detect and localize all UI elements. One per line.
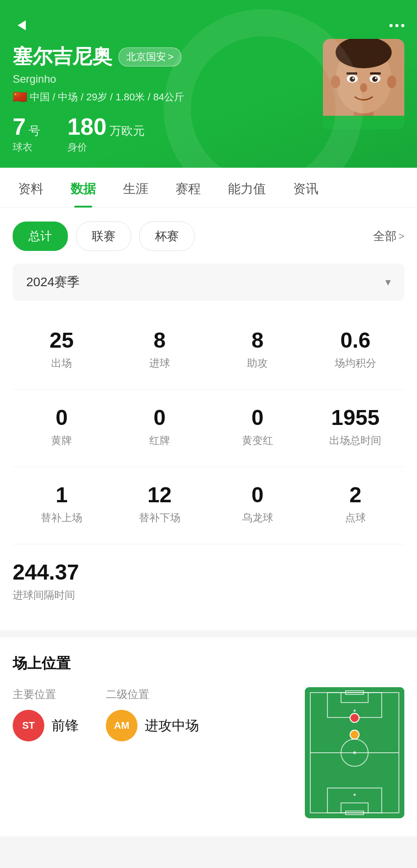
position-entry-st: ST 前锋 bbox=[13, 710, 79, 741]
market-value: 180 bbox=[67, 115, 107, 138]
stat-avg-score: 0.6 场均积分 bbox=[307, 317, 405, 385]
position-badge-st-text: ST bbox=[22, 720, 35, 731]
player-avatar bbox=[323, 39, 404, 129]
stat-red: 0 红牌 bbox=[111, 394, 209, 462]
stats-row-2: 0 黄牌 0 红牌 0 黄变红 1955 出场总时间 bbox=[13, 394, 404, 462]
secondary-position-col: 二级位置 AM 进攻中场 bbox=[106, 687, 199, 750]
svg-point-4 bbox=[331, 75, 340, 88]
value-stat: 180 万欧元 身价 bbox=[67, 115, 145, 154]
stat-yellow-red: 0 黄变红 bbox=[208, 394, 307, 462]
svg-point-29 bbox=[350, 713, 359, 722]
stat-label-avg-score: 场均积分 bbox=[335, 357, 376, 369]
filter-all-label: 全部 bbox=[373, 228, 397, 244]
filter-cup[interactable]: 杯赛 bbox=[139, 222, 194, 251]
tab-profile[interactable]: 资料 bbox=[5, 168, 57, 208]
position-cols: 主要位置 ST 前锋 二级位置 AM 进攻中场 bbox=[13, 687, 287, 750]
stat-goals: 8 进球 bbox=[111, 317, 209, 385]
chevron-down-icon: ▾ bbox=[385, 276, 391, 288]
stat-label-assists: 助攻 bbox=[247, 357, 268, 369]
stat-value-appearances: 25 bbox=[17, 328, 106, 353]
stat-total-time: 1955 出场总时间 bbox=[307, 394, 405, 462]
tab-career[interactable]: 生涯 bbox=[109, 168, 162, 208]
position-list: 主要位置 ST 前锋 二级位置 AM 进攻中场 bbox=[13, 687, 287, 750]
chevron-right-icon: > bbox=[398, 231, 404, 242]
position-badge-am-text: AM bbox=[114, 720, 129, 731]
secondary-label: 二级位置 bbox=[106, 687, 199, 702]
stat-assists: 8 助攻 bbox=[208, 317, 307, 385]
player-name-en: Serginho bbox=[13, 73, 323, 85]
tab-ability[interactable]: 能力值 bbox=[214, 168, 280, 208]
value-label: 身价 bbox=[67, 141, 145, 154]
back-button[interactable] bbox=[13, 16, 31, 34]
topbar bbox=[13, 0, 404, 43]
filter-league[interactable]: 联赛 bbox=[76, 222, 131, 251]
filter-total[interactable]: 总计 bbox=[13, 222, 68, 251]
stat-appearances: 25 出场 bbox=[13, 317, 111, 385]
svg-rect-12 bbox=[346, 72, 357, 75]
svg-rect-15 bbox=[323, 116, 404, 129]
pitch-diagram bbox=[305, 687, 404, 818]
stat-value-assists: 8 bbox=[213, 328, 302, 353]
tab-schedule[interactable]: 赛程 bbox=[162, 168, 214, 208]
team-badge[interactable]: 北京国安 > bbox=[118, 47, 181, 66]
more-button[interactable] bbox=[389, 24, 404, 27]
position-section: 场上位置 主要位置 ST 前锋 二级位置 bbox=[0, 637, 417, 836]
main-content: 总计 联赛 杯赛 全部 > 2024赛季 ▾ 25 出场 8 进球 8 助攻 0… bbox=[0, 208, 417, 630]
stat-label-goal-interval: 进球间隔时间 bbox=[13, 589, 75, 601]
svg-point-10 bbox=[352, 77, 354, 79]
stat-label-own-goal: 乌龙球 bbox=[242, 512, 273, 524]
pitch-field bbox=[305, 687, 404, 818]
jersey-sub-label: 球衣 bbox=[13, 141, 40, 154]
player-name-row: 塞尔吉尼奥 北京国安 > bbox=[13, 43, 323, 70]
stat-value-red: 0 bbox=[115, 405, 204, 430]
tab-news[interactable]: 资讯 bbox=[280, 168, 332, 208]
player-meta: 🇨🇳 中国 / 中场 / 29岁 / 1.80米 / 84公斤 bbox=[13, 90, 323, 104]
hero-section: 塞尔吉尼奥 北京国安 > Serginho 🇨🇳 中国 / 中场 / 29岁 /… bbox=[0, 0, 417, 168]
player-meta-text: 中国 / 中场 / 29岁 / 1.80米 / 84公斤 bbox=[30, 90, 184, 104]
stat-label-penalty: 点球 bbox=[345, 512, 366, 524]
stats-row-3: 1 替补上场 12 替补下场 0 乌龙球 2 点球 bbox=[13, 472, 404, 539]
dot-icon bbox=[401, 24, 404, 27]
stat-value-goals: 8 bbox=[115, 328, 204, 353]
season-label: 2024赛季 bbox=[26, 274, 80, 291]
jersey-label: 号 bbox=[28, 123, 40, 139]
filter-all-button[interactable]: 全部 > bbox=[373, 228, 404, 244]
stat-own-goal: 0 乌龙球 bbox=[208, 472, 307, 539]
svg-point-9 bbox=[372, 76, 378, 82]
position-badge-st: ST bbox=[13, 710, 44, 741]
position-name-am: 进攻中场 bbox=[145, 717, 199, 735]
stat-value-sub-out: 12 bbox=[115, 482, 204, 507]
svg-point-30 bbox=[350, 730, 359, 739]
position-entry-am: AM 进攻中场 bbox=[106, 710, 199, 741]
divider-2 bbox=[13, 467, 404, 467]
stat-value-penalty: 2 bbox=[311, 482, 400, 507]
svg-point-24 bbox=[354, 710, 356, 712]
primary-position-col: 主要位置 ST 前锋 bbox=[13, 687, 79, 750]
position-badge-am: AM bbox=[106, 710, 137, 741]
stat-label-total-time: 出场总时间 bbox=[329, 434, 381, 446]
svg-point-8 bbox=[350, 76, 355, 82]
filter-bar: 总计 联赛 杯赛 全部 > bbox=[13, 222, 404, 251]
stat-goal-interval: 244.37 进球间隔时间 bbox=[13, 549, 404, 617]
stat-sub-in: 1 替补上场 bbox=[13, 472, 111, 539]
svg-point-5 bbox=[387, 75, 396, 88]
team-arrow: > bbox=[168, 51, 174, 63]
stat-label-red: 红牌 bbox=[149, 434, 170, 446]
jersey-stat: 7 号 球衣 bbox=[13, 115, 40, 154]
svg-point-14 bbox=[360, 83, 367, 92]
stat-label-appearances: 出场 bbox=[51, 357, 72, 369]
svg-point-6 bbox=[347, 75, 358, 83]
stat-penalty: 2 点球 bbox=[307, 472, 405, 539]
season-selector[interactable]: 2024赛季 ▾ bbox=[13, 264, 404, 301]
flag-icon: 🇨🇳 bbox=[13, 90, 27, 104]
position-content: 主要位置 ST 前锋 二级位置 AM 进攻中场 bbox=[13, 687, 404, 818]
stat-value-yellow-red: 0 bbox=[213, 405, 302, 430]
dot-icon bbox=[395, 24, 398, 27]
stat-value-goal-interval: 244.37 bbox=[13, 560, 400, 585]
tab-data[interactable]: 数据 bbox=[57, 168, 109, 208]
pitch-svg bbox=[305, 687, 404, 818]
svg-point-11 bbox=[375, 77, 377, 79]
stat-value-avg-score: 0.6 bbox=[311, 328, 400, 353]
svg-point-28 bbox=[354, 794, 356, 796]
tab-bar: 资料 数据 生涯 赛程 能力值 资讯 bbox=[0, 168, 417, 208]
